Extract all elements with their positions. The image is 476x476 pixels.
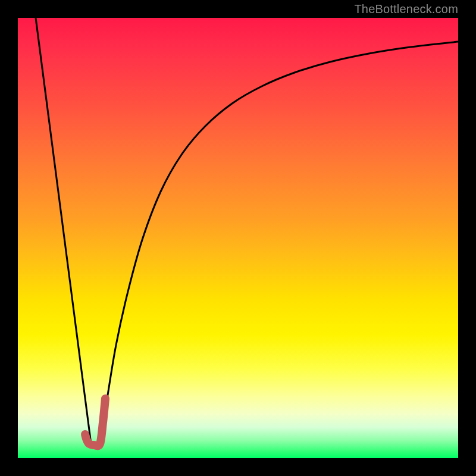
watermark-text: TheBottleneck.com [354, 2, 458, 16]
left-line [36, 18, 91, 444]
curves-svg [18, 18, 458, 458]
chart-frame: TheBottleneck.com [0, 0, 476, 476]
plot-area [18, 18, 458, 458]
right-curve [100, 42, 458, 443]
